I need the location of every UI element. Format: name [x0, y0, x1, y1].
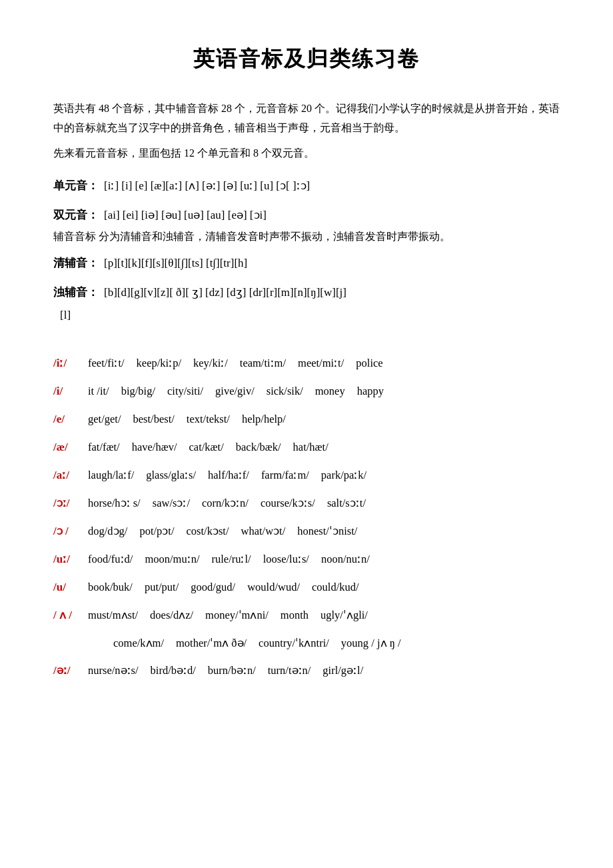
word-item: park/paːk/ [321, 464, 366, 486]
word-item: laugh/laːf/ [88, 464, 134, 486]
voiced-content: [b][d][g][v][z][ ð][ ʒ] [dz] [dʒ] [dr][r… [104, 286, 346, 299]
word-item: best/best/ [133, 408, 174, 430]
word-item: dog/dɔg/ [88, 520, 127, 542]
word-row: /aː/laugh/laːf/glass/glaːs/half/haːf/far… [53, 464, 560, 487]
word-row: /i/it /it/big/big/city/siti/give/giv/sic… [53, 380, 560, 403]
word-item: mother/ˈmʌ ðə/ [176, 632, 247, 654]
word-item: cost/kɔst/ [187, 520, 229, 542]
word-item: rule/ruːl/ [212, 548, 251, 570]
word-item: have/hæv/ [132, 436, 177, 458]
word-item: fat/fæt/ [88, 436, 120, 458]
word-item: money [315, 380, 345, 402]
word-item: girl/gəːl/ [322, 659, 363, 681]
word-item: feet/fiːt/ [88, 352, 125, 374]
phoneme-key: / ʌ / [53, 604, 85, 627]
word-item: must/mʌst/ [88, 604, 138, 626]
phoneme-key: /ɔ / [53, 520, 85, 543]
word-row: come/kʌm/mother/ˈmʌ ðə/country/ˈkʌntri/y… [113, 632, 560, 654]
page-title: 英语音标及归类练习卷 [53, 40, 560, 79]
consonants-intro: 辅音音标 分为清辅音和浊辅音，清辅音发音时声带不振动，浊辅音发音时声带振动。 [53, 227, 560, 247]
vowels-section: 单元音：[iː] [i] [e] [æ][aː] [ʌ] [əː] [ə] [u… [53, 175, 560, 197]
word-item: back/bæk/ [236, 436, 281, 458]
diphthongs-label: 双元音： [53, 209, 99, 221]
voiceless-section: 清辅音：[p][t][k][f][s][θ][∫][ts] [t∫][tr][h… [53, 252, 560, 275]
word-item: glass/glaːs/ [146, 464, 196, 486]
word-item: nurse/nəːs/ [88, 659, 139, 681]
word-item: could/kud/ [312, 576, 359, 598]
word-item: money/ˈmʌni/ [205, 604, 269, 626]
word-item: police [356, 352, 382, 374]
word-item: book/buk/ [88, 576, 133, 598]
word-item: keep/kiːp/ [137, 352, 181, 374]
voiceless-content: [p][t][k][f][s][θ][∫][ts] [t∫][tr][h] [104, 257, 247, 269]
word-item: sick/sik/ [267, 380, 303, 402]
word-item: ugly/ˈʌgli/ [320, 604, 368, 626]
phoneme-key: /iː/ [53, 352, 85, 375]
word-item: bird/bəːd/ [151, 659, 196, 681]
word-item: turn/təːn/ [268, 659, 311, 681]
phoneme-key: /uː/ [53, 548, 85, 571]
word-item: big/big/ [121, 380, 155, 402]
word-item: it /it/ [88, 380, 109, 402]
word-row: /æ/fat/fæt/have/hæv/cat/kæt/back/bæk/hat… [53, 436, 560, 459]
intro-paragraph: 英语共有 48 个音标，其中辅音音标 28 个，元音音标 20 个。记得我们小学… [53, 99, 560, 138]
word-item: horse/hɔː s/ [88, 492, 141, 514]
word-item: loose/luːs/ [263, 548, 309, 570]
word-item: city/siti/ [167, 380, 203, 402]
word-item: moon/muːn/ [145, 548, 199, 570]
voiced-section: 浊辅音：[b][d][g][v][z][ ð][ ʒ] [dz] [dʒ] [d… [53, 281, 560, 304]
word-row: /e/get/get/best/best/text/tekst/help/hel… [53, 408, 560, 431]
word-row: / ʌ /must/mʌst/does/dʌz/money/ˈmʌni/mont… [53, 604, 560, 627]
word-list: /iː/feet/fiːt/keep/kiːp/key/kiː/team/tiː… [53, 352, 560, 682]
word-item: put/put/ [145, 576, 179, 598]
vowels-content: [iː] [i] [e] [æ][aː] [ʌ] [əː] [ə] [uː] [… [104, 179, 310, 192]
phoneme-key: /ɔː/ [53, 492, 85, 515]
phoneme-key: /aː/ [53, 464, 85, 487]
voiced-extra: [l] [60, 304, 560, 327]
word-item: come/kʌm/ [113, 632, 164, 654]
intro-note: 先来看元音音标，里面包括 12 个单元音和 8 个双元音。 [53, 143, 560, 163]
word-item: cat/kæt/ [189, 436, 223, 458]
diphthongs-content: [ai] [ei] [iə] [əu] [uə] [au] [eə] [ɔi] [104, 209, 267, 221]
word-item: would/wud/ [247, 576, 300, 598]
word-item: text/tekst/ [187, 408, 230, 430]
word-item: noon/nuːn/ [321, 548, 370, 570]
word-item: half/haːf/ [208, 464, 249, 486]
voiceless-label: 清辅音： [53, 257, 99, 269]
word-row: /əː/nurse/nəːs/bird/bəːd/burn/bəːn/turn/… [53, 659, 560, 682]
word-item: corn/kɔːn/ [202, 492, 249, 514]
word-item: month [281, 604, 308, 626]
word-item: give/giv/ [215, 380, 255, 402]
word-row: /iː/feet/fiːt/keep/kiːp/key/kiː/team/tiː… [53, 352, 560, 375]
phoneme-key: /u/ [53, 576, 85, 599]
word-row: /uː/food/fuːd/moon/muːn/rule/ruːl/loose/… [53, 548, 560, 571]
word-item: food/fuːd/ [88, 548, 133, 570]
word-item: course/kɔːs/ [261, 492, 315, 514]
word-item: team/tiːm/ [240, 352, 286, 374]
word-item: burn/bəːn/ [208, 659, 256, 681]
word-item: get/get/ [88, 408, 121, 430]
word-item: country/ˈkʌntri/ [259, 632, 329, 654]
word-item: salt/sɔːt/ [327, 492, 366, 514]
phoneme-key: /æ/ [53, 436, 85, 459]
phoneme-key: /e/ [53, 408, 85, 431]
word-item: key/kiː/ [193, 352, 228, 374]
word-item: farm/faːm/ [261, 464, 309, 486]
word-item: good/gud/ [191, 576, 235, 598]
vowels-label: 单元音： [53, 179, 99, 192]
word-item: help/help/ [242, 408, 286, 430]
word-item: young / jʌ ŋ / [341, 632, 401, 654]
word-item: what/wɔt/ [241, 520, 286, 542]
phoneme-key: /əː/ [53, 659, 85, 682]
word-item: honest/ˈɔnist/ [297, 520, 357, 542]
word-item: hat/hæt/ [293, 436, 328, 458]
word-item: does/dʌz/ [150, 604, 193, 626]
voiced-label: 浊辅音： [53, 286, 99, 299]
word-item: happy [357, 380, 384, 402]
word-row: /ɔː/horse/hɔː s/saw/sɔː/corn/kɔːn/course… [53, 492, 560, 515]
diphthongs-section: 双元音：[ai] [ei] [iə] [əu] [uə] [au] [eə] [… [53, 204, 560, 227]
word-row: /u/book/buk/put/put/good/gud/would/wud/c… [53, 576, 560, 599]
word-item: meet/miːt/ [298, 352, 344, 374]
word-item: saw/sɔː/ [153, 492, 190, 514]
word-row: /ɔ /dog/dɔg/pot/pɔt/cost/kɔst/what/wɔt/h… [53, 520, 560, 543]
